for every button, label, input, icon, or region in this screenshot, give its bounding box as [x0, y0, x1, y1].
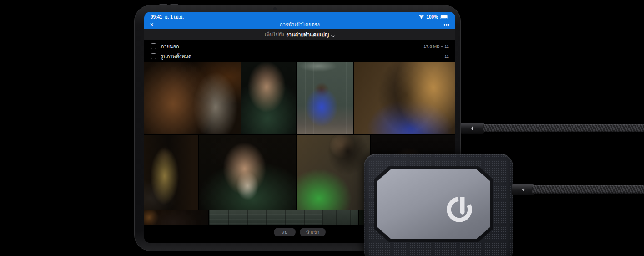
- photo-thumbnail[interactable]: [322, 210, 358, 225]
- add-to-dropdown[interactable]: เพิ่มไปยัง งานถ่ายทำแคมเปญ: [144, 29, 455, 40]
- battery-percent: 100%: [426, 15, 438, 20]
- row-label: ภายนอก: [161, 42, 179, 51]
- volume-up-button: [159, 4, 167, 5]
- chevron-down-icon: [331, 32, 335, 36]
- selection-row-external[interactable]: ภายนอก 17.6 MB – 11: [144, 41, 455, 51]
- sensor-dot-icon: [291, 8, 293, 10]
- row-label: รูปภาพทั้งหมด: [161, 52, 191, 61]
- thunderbolt-icon: [522, 188, 525, 192]
- selection-row-all-photos[interactable]: รูปภาพทั้งหมด 11: [144, 51, 455, 61]
- row-value: 11: [444, 54, 449, 59]
- checkbox-external[interactable]: [151, 43, 156, 49]
- import-button[interactable]: นำเข้า: [300, 228, 326, 236]
- thunderbolt-icon: [471, 126, 474, 131]
- photo-thumbnail[interactable]: [199, 135, 296, 210]
- delete-button[interactable]: ลบ: [274, 228, 296, 236]
- photo-thumbnail[interactable]: [297, 62, 353, 134]
- wifi-icon: [418, 15, 424, 19]
- add-to-label: เพิ่มไปยัง: [265, 31, 284, 39]
- braided-cable-top: [483, 124, 644, 132]
- row-value: 17.6 MB – 11: [423, 44, 449, 49]
- front-camera-icon: [273, 7, 277, 10]
- photo-thumbnail[interactable]: [241, 62, 296, 134]
- more-options-button[interactable]: •••: [443, 22, 450, 27]
- status-bar: 09:41 อ. 1 เม.ย. 100%: [144, 12, 455, 20]
- status-time: 09:41: [151, 15, 162, 20]
- nav-bar: ✕ การนำเข้าโดยตรง •••: [144, 20, 455, 29]
- usb-c-connector-ipad: [461, 123, 484, 134]
- usb-c-connector-drive: [512, 184, 534, 195]
- page-title: การนำเข้าโดยตรง: [144, 20, 455, 29]
- photo-thumbnail[interactable]: [144, 210, 208, 225]
- status-date: อ. 1 เม.ย.: [165, 14, 184, 20]
- photo-thumbnail[interactable]: [354, 62, 455, 134]
- checkbox-all-photos[interactable]: [151, 53, 156, 59]
- photo-thumbnail[interactable]: [144, 135, 198, 210]
- album-name: งานถ่ายทำแคมเปญ: [287, 31, 329, 39]
- photo-thumbnail[interactable]: [144, 62, 241, 134]
- header: 09:41 อ. 1 เม.ย. 100%: [144, 12, 455, 29]
- photo-thumbnail[interactable]: [297, 135, 370, 210]
- battery-icon: [440, 15, 449, 19]
- external-drive: [364, 154, 513, 256]
- volume-down-button: [170, 4, 178, 5]
- braided-cable-bottom: [532, 185, 644, 194]
- g-logo: [443, 193, 476, 226]
- photo-thumbnail[interactable]: [209, 210, 322, 225]
- scene: 09:41 อ. 1 เม.ย. 100%: [0, 0, 644, 256]
